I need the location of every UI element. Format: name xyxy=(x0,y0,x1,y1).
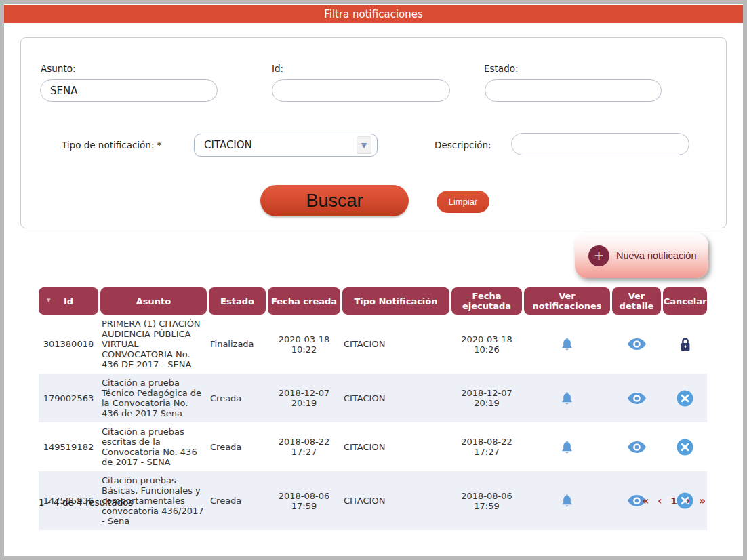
column-header-cancelar[interactable]: Cancelar xyxy=(663,287,707,315)
filter-panel: Asunto: Id: Estado: Tipo de notificación… xyxy=(20,37,727,228)
buscar-button[interactable]: Buscar xyxy=(260,185,409,216)
asunto-input[interactable] xyxy=(40,79,218,102)
cell-asunto: Citación a prueba Técnico Pedagógica de … xyxy=(100,374,207,422)
tipo-notificacion-label: Tipo de notificación: * xyxy=(62,140,162,151)
asunto-label: Asunto: xyxy=(41,63,75,74)
column-header-estado[interactable]: Estado xyxy=(209,287,266,315)
cell-asunto: Citación a pruebas escritas de la Convoc… xyxy=(100,422,207,471)
column-header-fecha-ejecutada[interactable]: Fecha ejecutada xyxy=(451,287,522,315)
next-page-button[interactable]: › xyxy=(686,495,690,507)
plus-icon: + xyxy=(588,245,609,266)
tipo-notificacion-value: CITACION xyxy=(204,139,357,151)
cell-estado: Creada xyxy=(209,471,266,530)
column-header-id[interactable]: ▾ Id xyxy=(39,287,98,315)
id-label: Id: xyxy=(272,63,283,74)
table-row: 179002563 Citación a prueba Técnico Peda… xyxy=(39,374,707,422)
page-title: Filtra notificaciones xyxy=(324,8,423,20)
table-header: ▾ Id Asunto Estado Fecha creada Tipo Not… xyxy=(39,287,707,315)
eye-icon[interactable] xyxy=(628,393,646,404)
page-number[interactable]: 1 xyxy=(670,496,677,506)
page-title-bar: Filtra notificaciones xyxy=(4,5,743,23)
table-row: 301380018 PRIMERA (1) CITACIÓN AUDIENCIA… xyxy=(39,315,707,374)
lock-icon xyxy=(680,338,691,351)
limpiar-button[interactable]: Limpiar xyxy=(437,191,489,213)
first-page-button[interactable]: « xyxy=(642,495,649,507)
cell-fecha-ejecutada: 2018-08-06 17:59 xyxy=(451,471,522,530)
tipo-notificacion-select[interactable]: CITACION ▼ xyxy=(194,134,378,157)
estado-input[interactable] xyxy=(485,79,662,102)
cancel-icon[interactable] xyxy=(677,439,693,456)
cell-id: 179002563 xyxy=(39,374,98,422)
column-header-ver-detalle[interactable]: Ver detalle xyxy=(612,287,661,315)
chevron-down-icon[interactable]: ▼ xyxy=(357,136,371,154)
table-row: 149519182 Citación a pruebas escritas de… xyxy=(39,422,707,471)
cell-fecha-creada: 2018-08-22 17:27 xyxy=(268,422,340,471)
cell-tipo: CITACION xyxy=(342,374,449,422)
cell-fecha-ejecutada: 2018-08-22 17:27 xyxy=(451,422,522,471)
table-body: 301380018 PRIMERA (1) CITACIÓN AUDIENCIA… xyxy=(39,315,707,530)
previous-page-button[interactable]: ‹ xyxy=(658,495,662,507)
column-header-tipo-notificacion[interactable]: Tipo Notificación xyxy=(342,287,449,315)
descripcion-input[interactable] xyxy=(511,133,689,155)
eye-icon[interactable] xyxy=(628,338,646,350)
cell-fecha-ejecutada: 2018-12-07 20:19 xyxy=(451,374,522,422)
cell-estado: Creada xyxy=(209,422,266,471)
descripcion-label: Descripción: xyxy=(435,140,491,151)
column-header-asunto[interactable]: Asunto xyxy=(100,287,207,315)
cell-id: 149519182 xyxy=(39,422,98,471)
cell-id: 301380018 xyxy=(39,315,98,374)
bell-icon[interactable] xyxy=(561,337,573,351)
cell-asunto: PRIMERA (1) CITACIÓN AUDIENCIA PÚBLICA V… xyxy=(100,315,207,374)
cell-estado: Creada xyxy=(209,374,266,422)
table-row: 147535936 Citación pruebas Básicas, Func… xyxy=(39,471,707,530)
bell-icon[interactable] xyxy=(561,494,573,508)
sort-descending-icon[interactable]: ▾ xyxy=(47,296,51,304)
cell-tipo: CITACION xyxy=(342,471,449,530)
bell-icon[interactable] xyxy=(561,391,573,405)
id-input[interactable] xyxy=(272,79,450,102)
cell-tipo: CITACION xyxy=(342,422,449,471)
cell-estado: Finalizada xyxy=(209,315,266,374)
column-header-ver-notificaciones[interactable]: Ver notificaciones xyxy=(524,287,610,315)
cell-fecha-creada: 2018-12-07 20:19 xyxy=(268,374,340,422)
pagination: « ‹ 1 › » xyxy=(642,495,706,507)
cell-fecha-creada: 2018-08-06 17:59 xyxy=(268,471,340,530)
cell-tipo: CITACION xyxy=(342,315,449,374)
last-page-button[interactable]: » xyxy=(699,495,706,507)
app-window: Filtra notificaciones Asunto: Id: Estado… xyxy=(0,0,747,560)
column-header-fecha-creada[interactable]: Fecha creada xyxy=(268,287,340,315)
bell-icon[interactable] xyxy=(561,440,573,454)
cell-fecha-ejecutada: 2020-03-18 10:26 xyxy=(451,315,522,374)
nueva-notificacion-label: Nueva notificación xyxy=(616,250,697,261)
results-summary: 1 - 4 de 4 resultados xyxy=(39,497,133,508)
eye-icon[interactable] xyxy=(628,441,646,453)
estado-label: Estado: xyxy=(484,63,519,74)
nueva-notificacion-button[interactable]: + Nueva notificación xyxy=(575,233,708,278)
cell-fecha-creada: 2020-03-18 10:22 xyxy=(268,315,340,374)
cancel-icon[interactable] xyxy=(677,390,693,407)
